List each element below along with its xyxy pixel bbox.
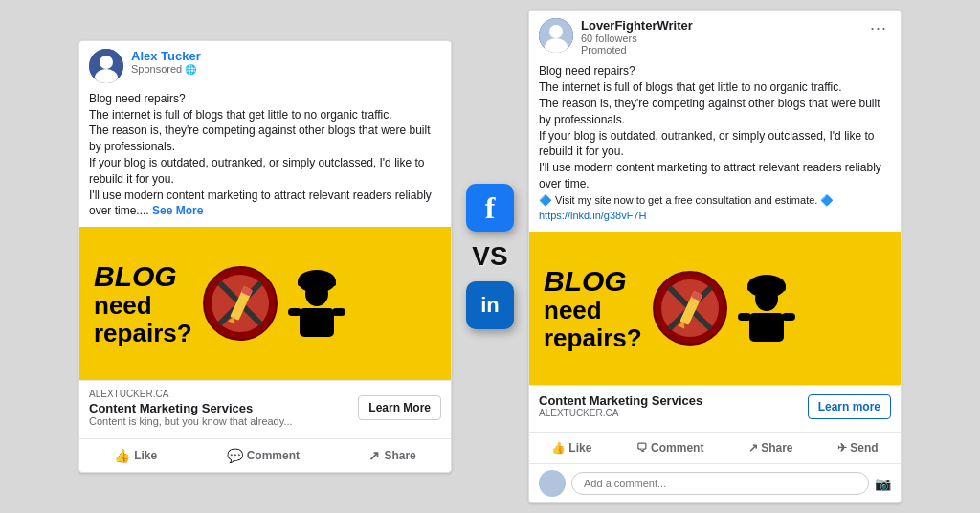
fb-sponsored: Sponsored 🌐 (131, 63, 441, 75)
fb-cta-site: ALEXTUCKER.CA (89, 389, 293, 399)
li-cta-top: Content Marketing Services alextucker.ca… (539, 393, 891, 420)
fb-see-more[interactable]: See More (152, 204, 203, 217)
fb-like-button[interactable]: 👍 Like (104, 443, 167, 468)
li-share-icon: ↗ (748, 441, 758, 455)
li-cta-title: Content Marketing Services (539, 393, 702, 408)
like-icon: 👍 (114, 448, 130, 463)
svg-point-28 (755, 286, 778, 311)
li-body: Blog need repairs?The internet is full o… (529, 59, 901, 232)
svg-point-1 (100, 56, 113, 69)
vs-separator: f VS in (452, 184, 528, 329)
li-avatar (539, 18, 573, 53)
facebook-card: Alex Tucker Sponsored 🌐 Blog need repair… (78, 40, 452, 473)
fb-cta-title: Content Marketing Services (89, 401, 293, 415)
li-comment-icon: 🗨 (636, 441, 648, 455)
fb-cta-top: ALEXTUCKER.CA Content Marketing Services… (89, 389, 441, 427)
fb-avatar (89, 49, 123, 83)
share-icon: ↗ (368, 448, 380, 463)
li-worker-icon (738, 265, 795, 351)
svg-point-17 (549, 25, 563, 38)
main-wrapper: Alex Tucker Sponsored 🌐 Blog need repair… (0, 0, 980, 513)
li-circle-x-pencil-icon (652, 270, 728, 346)
li-send-button[interactable]: ✈ Send (830, 436, 885, 459)
li-header: LoverFighterWriter 60 followers Promoted… (529, 11, 901, 60)
li-actions: 👍 Like 🗨 Comment ↗ Share ✈ Send (529, 432, 901, 463)
li-camera-icon: 📷 (875, 476, 891, 491)
li-cta-site: alextucker.ca (539, 408, 702, 418)
svg-rect-14 (288, 308, 301, 316)
circle-x-pencil-icon (202, 265, 278, 342)
li-comment-input[interactable] (571, 472, 869, 495)
fb-user-info: Alex Tucker Sponsored 🌐 (131, 49, 441, 76)
fb-cta-info: ALEXTUCKER.CA Content Marketing Services… (89, 389, 293, 427)
li-cta-info: Content Marketing Services alextucker.ca (539, 393, 702, 420)
li-user-info: LoverFighterWriter 60 followers Promoted (581, 18, 858, 56)
li-promoted: Promoted (581, 44, 858, 56)
vs-label: VS (472, 241, 507, 272)
linkedin-card: LoverFighterWriter 60 followers Promoted… (528, 10, 902, 504)
fb-cta: ALEXTUCKER.CA Content Marketing Services… (79, 380, 451, 438)
svg-rect-13 (300, 308, 334, 337)
linkedin-platform-icon: in (466, 281, 514, 329)
li-link[interactable]: https://lnkd.in/g38vF7H (539, 210, 647, 221)
li-blog-text: BLOG need repairs? (544, 265, 642, 351)
fb-cta-desc: Content is king, but you know that alrea… (89, 415, 293, 427)
fb-share-button[interactable]: ↗ Share (359, 443, 425, 468)
fb-actions: 👍 Like 💬 Comment ↗ Share (79, 438, 451, 472)
svg-rect-30 (738, 313, 751, 321)
svg-point-12 (305, 281, 328, 306)
svg-rect-31 (782, 313, 795, 321)
comment-icon: 💬 (227, 448, 243, 463)
svg-rect-15 (332, 308, 345, 316)
li-ad-image: BLOG need repairs? (529, 232, 901, 385)
li-followers: 60 followers (581, 33, 858, 44)
fb-learn-more-button[interactable]: Learn More (358, 395, 441, 420)
li-cta: Content Marketing Services alextucker.ca… (529, 385, 901, 432)
fb-blog-text: BLOG need repairs? (94, 260, 192, 346)
li-like-icon: 👍 (551, 441, 566, 455)
li-more-options-button[interactable]: ··· (866, 18, 891, 38)
facebook-platform-icon: f (466, 184, 514, 232)
li-learn-more-button[interactable]: Learn more (808, 394, 891, 419)
fb-comment-button[interactable]: 💬 Comment (217, 443, 309, 468)
globe-icon: 🌐 (185, 64, 196, 75)
fb-user-name[interactable]: Alex Tucker (131, 49, 441, 64)
fb-body-text: Blog need repairs?The internet is full o… (89, 92, 432, 218)
li-visit-text: 🔷 Visit my site now to get a free consul… (539, 194, 834, 206)
li-like-button[interactable]: 👍 Like (544, 436, 599, 459)
li-share-button[interactable]: ↗ Share (741, 436, 800, 459)
fb-body: Blog need repairs?The internet is full o… (79, 87, 451, 227)
fb-ad-image: BLOG need repairs? (79, 227, 451, 380)
svg-rect-29 (749, 313, 784, 342)
li-header-right: ··· (866, 18, 891, 38)
fb-header: Alex Tucker Sponsored 🌐 (79, 41, 451, 87)
li-body-text: Blog need repairs?The internet is full o… (539, 64, 881, 222)
li-send-icon: ✈ (837, 441, 847, 455)
li-comment-area: 📷 (529, 463, 901, 502)
li-commenter-avatar (539, 470, 566, 497)
li-user-name[interactable]: LoverFighterWriter (581, 18, 858, 33)
li-comment-button[interactable]: 🗨 Comment (629, 436, 711, 459)
worker-icon (288, 260, 345, 346)
